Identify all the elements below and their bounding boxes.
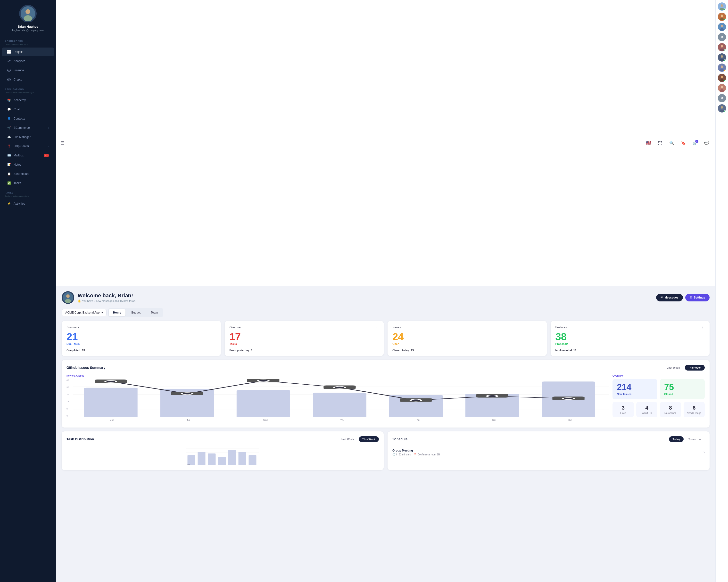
svg-rect-3 bbox=[7, 50, 9, 52]
svg-rect-24 bbox=[313, 393, 366, 417]
chart-area: New vs. Closed 45 36 27 18 9 0 bbox=[67, 375, 608, 423]
welcome-text: Welcome back, Brian! 🔔 You have 2 new me… bbox=[78, 293, 135, 303]
task-dist-title: Task Distribution bbox=[67, 437, 94, 441]
github-week-toggles: Last Week This Week bbox=[664, 365, 705, 370]
task-this-week-btn[interactable]: This Week bbox=[359, 436, 379, 442]
y-axis: 45 36 27 18 9 0 bbox=[67, 379, 69, 417]
mini-card-fixed: 3 Fixed bbox=[613, 402, 634, 417]
sidebar-item-contacts[interactable]: 👤 Contacts bbox=[2, 114, 54, 123]
sidebar-item-chat[interactable]: 💬 Chat bbox=[2, 105, 54, 114]
mail-icon: ✉️ bbox=[7, 153, 11, 158]
svg-point-78 bbox=[721, 65, 723, 68]
project-selector[interactable]: ACME Corp. Backend App ▾ bbox=[62, 309, 106, 316]
task-distribution-section: Task Distribution Last Week This Week bbox=[62, 432, 384, 470]
right-avatar-5[interactable] bbox=[718, 53, 726, 62]
sidebar-item-label: Analytics bbox=[14, 59, 25, 63]
flag-icon[interactable]: 🇺🇸 bbox=[645, 139, 652, 147]
right-avatar-1[interactable] bbox=[718, 12, 726, 21]
svg-point-48 bbox=[563, 397, 574, 399]
issues-menu[interactable]: ⋮ bbox=[538, 325, 542, 330]
schedule-today-btn[interactable]: Today bbox=[669, 436, 683, 442]
cart-topbar-icon[interactable]: 🛒 5 bbox=[691, 139, 699, 147]
right-avatar-3[interactable]: M bbox=[718, 33, 726, 41]
svg-point-30 bbox=[105, 381, 116, 382]
bookmark-icon[interactable]: 🔖 bbox=[679, 139, 687, 147]
svg-point-1 bbox=[25, 9, 30, 14]
sidebar-item-filemanager[interactable]: ☁️ File Manager bbox=[2, 133, 54, 141]
sidebar-item-mailbox[interactable]: ✉️ Mailbox 27 bbox=[2, 151, 54, 160]
tab-home[interactable]: Home bbox=[109, 309, 126, 316]
right-avatar-10[interactable] bbox=[718, 104, 726, 113]
github-chart-svg: 42 28 43 34 20 bbox=[73, 379, 608, 417]
task-icon: ✅ bbox=[7, 181, 11, 185]
github-this-week-btn[interactable]: This Week bbox=[685, 365, 705, 370]
right-avatar-7[interactable] bbox=[718, 74, 726, 82]
right-avatar-8[interactable] bbox=[718, 84, 726, 92]
summary-label: Due Tasks bbox=[67, 342, 216, 345]
chat-icon: 💬 bbox=[7, 107, 11, 112]
fixed-label: Fixed bbox=[616, 412, 631, 414]
sidebar-item-project[interactable]: Project bbox=[2, 48, 54, 56]
github-title: Github Issues Summary bbox=[67, 366, 105, 369]
overdue-menu[interactable]: ⋮ bbox=[375, 325, 379, 330]
event-location: 📍 Conference room 1B bbox=[414, 453, 440, 456]
triage-label: Needs Triage bbox=[686, 412, 702, 414]
fullscreen-icon[interactable] bbox=[656, 139, 664, 147]
sidebar-item-tasks[interactable]: ✅ Tasks bbox=[2, 179, 54, 188]
right-avatar-9[interactable]: M bbox=[718, 94, 726, 102]
sidebar-item-finance[interactable]: $ Finance bbox=[2, 66, 54, 75]
sidebar-item-academy[interactable]: 📚 Academy bbox=[2, 96, 54, 105]
dollar-icon: $ bbox=[7, 68, 11, 73]
search-icon[interactable]: 🔍 bbox=[668, 139, 676, 147]
tab-team[interactable]: Team bbox=[146, 309, 162, 316]
stat-card-overdue: Overdue ⋮ 17 Tasks From yesterday: 9 bbox=[225, 321, 384, 356]
sidebar-item-activities[interactable]: ⚡ Activities bbox=[2, 199, 54, 208]
schedule-section: Schedule Today Tomorrow Group Meeting 🕐 … bbox=[388, 432, 709, 470]
triage-num: 6 bbox=[686, 405, 702, 411]
summary-menu[interactable]: ⋮ bbox=[212, 325, 216, 330]
sidebar-item-helpcenter[interactable]: ❓ Help Center › bbox=[2, 142, 54, 150]
sidebar-item-notes[interactable]: 📝 Notes bbox=[2, 160, 54, 169]
sidebar-item-label: Mailbox bbox=[14, 154, 24, 157]
hamburger-icon[interactable]: ☰ bbox=[61, 140, 64, 146]
content-area: Welcome back, Brian! 🔔 You have 2 new me… bbox=[56, 286, 716, 582]
messages-topbar-icon[interactable]: 💬 bbox=[703, 139, 710, 147]
grid-icon bbox=[7, 50, 11, 54]
summary-footer: Completed: 13 bbox=[67, 349, 216, 352]
sidebar-item-label: Project bbox=[14, 50, 23, 54]
right-avatar-6[interactable] bbox=[718, 63, 726, 72]
sidebar-section-pages: PAGES bbox=[0, 188, 56, 195]
right-avatar-4[interactable] bbox=[718, 43, 726, 51]
sidebar-item-crypto[interactable]: ₿ Crypto bbox=[2, 75, 54, 84]
event-chevron-icon[interactable]: › bbox=[703, 450, 705, 454]
sidebar-item-scrumboard[interactable]: 📋 Scrumboard bbox=[2, 169, 54, 178]
avatar-badge bbox=[724, 8, 726, 10]
task-dist-chart: 40 bbox=[67, 446, 379, 465]
sidebar-section-apps: APPLICATIONS bbox=[0, 84, 56, 91]
note-icon: 📝 bbox=[7, 163, 11, 167]
features-menu[interactable]: ⋮ bbox=[701, 325, 705, 330]
mailbox-badge: 27 bbox=[44, 154, 49, 157]
overdue-footer: From yesterday: 9 bbox=[230, 349, 379, 352]
right-avatar-2[interactable] bbox=[718, 23, 726, 31]
settings-button[interactable]: ⚙ Settings bbox=[685, 294, 709, 301]
mini-card-triage: 6 Needs Triage bbox=[683, 402, 705, 417]
sidebar-section-apps-sub: Custom made application designs bbox=[0, 91, 56, 95]
mini-card-wontfix: 4 Won't Fix bbox=[636, 402, 658, 417]
github-last-week-btn[interactable]: Last Week bbox=[664, 365, 683, 370]
schedule-tomorrow-btn[interactable]: Tomorrow bbox=[685, 436, 705, 442]
sidebar-item-analytics[interactable]: Analytics bbox=[2, 57, 54, 65]
tab-budget[interactable]: Budget bbox=[127, 309, 145, 316]
sidebar-user-avatar bbox=[19, 5, 37, 22]
event-time: 🕐 in 32 minutes bbox=[392, 453, 411, 456]
messages-button[interactable]: ✉ Messages bbox=[656, 294, 683, 301]
svg-text:₿: ₿ bbox=[8, 79, 9, 81]
right-avatar-0[interactable] bbox=[718, 2, 726, 11]
sidebar-username: Brian Hughes bbox=[18, 25, 38, 28]
svg-point-13 bbox=[66, 295, 70, 298]
sidebar-item-label: Tasks bbox=[14, 182, 21, 185]
task-last-week-btn[interactable]: Last Week bbox=[338, 436, 358, 442]
github-issues-section: Github Issues Summary Last Week This Wee… bbox=[62, 360, 709, 427]
chart-icon bbox=[7, 59, 11, 63]
sidebar-item-ecommerce[interactable]: 🛒 ECommerce › bbox=[2, 123, 54, 132]
